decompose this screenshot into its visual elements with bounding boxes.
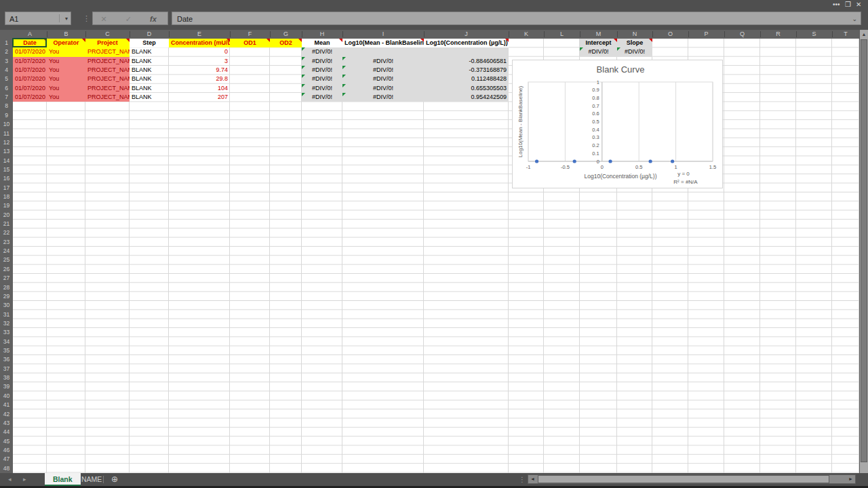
cell-N1[interactable]: Slope bbox=[617, 39, 652, 47]
cell-I6[interactable]: #DIV/0! bbox=[342, 84, 424, 93]
row-header-30[interactable]: 30 bbox=[0, 301, 13, 310]
cell-N2[interactable]: #DIV/0! bbox=[617, 47, 652, 56]
cell-G1[interactable]: OD2 bbox=[270, 39, 302, 47]
scroll-up-icon[interactable]: ▲ bbox=[860, 30, 868, 39]
column-headers[interactable]: ABCDEFGHIJKLMNOPQRST bbox=[0, 30, 859, 39]
column-header-O[interactable]: O bbox=[652, 30, 688, 39]
horizontal-scrollbar[interactable]: ◄ ► bbox=[528, 474, 856, 484]
row-header-37[interactable]: 37 bbox=[0, 365, 13, 373]
cell-B3[interactable]: You bbox=[47, 57, 85, 66]
row-header-47[interactable]: 47 bbox=[0, 455, 13, 464]
row-header-12[interactable]: 12 bbox=[0, 138, 13, 147]
row-header-46[interactable]: 46 bbox=[0, 446, 13, 455]
sheet-tab-name[interactable]: NAME bbox=[73, 473, 110, 486]
sheet-nav-left-icon[interactable]: ◂ bbox=[8, 473, 12, 486]
cell-H5[interactable]: #DIV/0! bbox=[302, 75, 342, 83]
scroll-left-icon[interactable]: ◄ bbox=[528, 475, 537, 483]
cell-A6[interactable]: 01/07/2020 bbox=[13, 84, 47, 93]
cell-E6[interactable]: 104 bbox=[169, 84, 230, 93]
column-header-S[interactable]: S bbox=[796, 30, 832, 39]
formula-bar-expand-icon[interactable]: ⌄ bbox=[852, 12, 857, 26]
cell-C7[interactable]: PROJECT_NAME bbox=[85, 93, 130, 102]
cell-M1[interactable]: Intercept bbox=[580, 39, 617, 47]
cell-B4[interactable]: You bbox=[47, 66, 85, 75]
row-header-34[interactable]: 34 bbox=[0, 338, 13, 346]
cell-J1[interactable]: Log10(Concentration (µg/L)) bbox=[424, 39, 509, 47]
cell-C1[interactable]: Project bbox=[85, 39, 130, 47]
new-sheet-icon[interactable]: ⊕ bbox=[111, 473, 118, 486]
row-header-21[interactable]: 21 bbox=[0, 220, 13, 228]
cell-I4[interactable]: #DIV/0! bbox=[342, 66, 424, 75]
cell-A2[interactable]: 01/07/2020 bbox=[13, 47, 47, 56]
column-header-C[interactable]: C bbox=[85, 30, 130, 39]
row-header-42[interactable]: 42 bbox=[0, 410, 13, 419]
insert-function-icon[interactable]: fx bbox=[142, 13, 164, 25]
cell-A7[interactable]: 01/07/2020 bbox=[13, 93, 47, 102]
row-header-33[interactable]: 33 bbox=[0, 328, 13, 337]
row-header-36[interactable]: 36 bbox=[0, 355, 13, 364]
name-box-dropdown-icon[interactable]: ▾ bbox=[65, 12, 68, 26]
cell-B1[interactable]: Operator bbox=[47, 39, 85, 47]
column-header-N[interactable]: N bbox=[617, 30, 652, 39]
row-header-3[interactable]: 3 bbox=[0, 57, 13, 66]
more-options-icon[interactable]: ••• bbox=[833, 1, 840, 9]
cell-J4[interactable]: -0.373168879 bbox=[424, 66, 509, 75]
cell-E1[interactable]: Concentration (mU/L) bbox=[169, 39, 230, 47]
cell-J3[interactable]: -0.884606581 bbox=[424, 57, 509, 66]
cell-A5[interactable]: 01/07/2020 bbox=[13, 75, 47, 83]
column-header-F[interactable]: F bbox=[230, 30, 270, 39]
cell-A1[interactable]: Date bbox=[13, 39, 47, 47]
cell-I3[interactable]: #DIV/0! bbox=[342, 57, 424, 66]
row-header-22[interactable]: 22 bbox=[0, 228, 13, 237]
row-header-18[interactable]: 18 bbox=[0, 192, 13, 201]
cell-D1[interactable]: Step bbox=[130, 39, 169, 47]
column-header-M[interactable]: M bbox=[580, 30, 617, 39]
cell-J2[interactable] bbox=[424, 47, 509, 56]
row-header-14[interactable]: 14 bbox=[0, 157, 13, 165]
column-header-K[interactable]: K bbox=[509, 30, 544, 39]
restore-window-icon[interactable]: ❐ bbox=[845, 1, 851, 9]
cell-I1[interactable]: Log10(Mean - BlankBaseline) bbox=[342, 39, 424, 47]
row-header-16[interactable]: 16 bbox=[0, 174, 13, 183]
column-header-G[interactable]: G bbox=[270, 30, 302, 39]
confirm-entry-icon[interactable]: ✓ bbox=[117, 13, 139, 25]
row-header-9[interactable]: 9 bbox=[0, 111, 13, 120]
cell-E4[interactable]: 9.74 bbox=[169, 66, 230, 75]
cell-E3[interactable]: 3 bbox=[169, 57, 230, 66]
cell-D5[interactable]: BLANK bbox=[130, 75, 169, 83]
cell-H6[interactable]: #DIV/0! bbox=[302, 84, 342, 93]
row-header-24[interactable]: 24 bbox=[0, 247, 13, 256]
sheet-nav-right-icon[interactable]: ▸ bbox=[23, 473, 26, 486]
scroll-right-icon[interactable]: ► bbox=[846, 475, 855, 483]
row-header-1[interactable]: 1 bbox=[0, 39, 13, 47]
cell-C4[interactable]: PROJECT_NAME bbox=[85, 66, 130, 75]
cell-B5[interactable]: You bbox=[47, 75, 85, 83]
row-header-7[interactable]: 7 bbox=[0, 93, 13, 102]
column-header-E[interactable]: E bbox=[169, 30, 230, 39]
row-header-13[interactable]: 13 bbox=[0, 147, 13, 156]
row-header-17[interactable]: 17 bbox=[0, 184, 13, 192]
cell-A3[interactable]: 01/07/2020 bbox=[13, 57, 47, 66]
column-header-B[interactable]: B bbox=[47, 30, 85, 39]
cell-D2[interactable]: BLANK bbox=[130, 47, 169, 56]
horizontal-scrollbar-thumb[interactable] bbox=[538, 475, 829, 483]
cell-E7[interactable]: 207 bbox=[169, 93, 230, 102]
column-header-P[interactable]: P bbox=[688, 30, 724, 39]
cell-I5[interactable]: #DIV/0! bbox=[342, 75, 424, 83]
row-header-40[interactable]: 40 bbox=[0, 392, 13, 401]
row-header-8[interactable]: 8 bbox=[0, 102, 13, 110]
cell-F1[interactable]: OD1 bbox=[230, 39, 270, 47]
worksheet-grid[interactable]: DateOperatorProjectStepConcentration (mU… bbox=[13, 39, 859, 473]
vertical-scrollbar-thumb[interactable] bbox=[861, 39, 867, 462]
cell-I2[interactable] bbox=[342, 47, 424, 56]
column-header-Q[interactable]: Q bbox=[724, 30, 760, 39]
row-header-5[interactable]: 5 bbox=[0, 75, 13, 83]
column-header-T[interactable]: T bbox=[832, 30, 859, 39]
row-headers[interactable]: 1234567891011121314151617181920212223242… bbox=[0, 39, 13, 473]
row-header-19[interactable]: 19 bbox=[0, 201, 13, 210]
cell-C5[interactable]: PROJECT_NAME bbox=[85, 75, 130, 83]
cell-M2[interactable]: #DIV/0! bbox=[580, 47, 617, 56]
column-header-L[interactable]: L bbox=[544, 30, 580, 39]
row-header-4[interactable]: 4 bbox=[0, 66, 13, 75]
row-header-23[interactable]: 23 bbox=[0, 238, 13, 247]
